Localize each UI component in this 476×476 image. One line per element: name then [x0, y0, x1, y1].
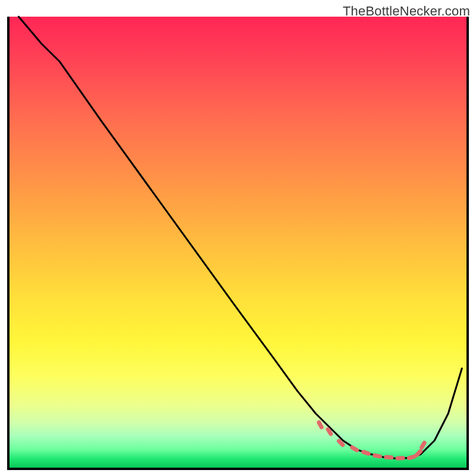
chart-container: TheBottleNecker.com — [0, 0, 476, 476]
optimal-marker — [325, 427, 333, 437]
chart-svg — [10, 17, 466, 468]
bottleneck-curve-line — [18, 17, 462, 459]
optimal-marker — [395, 456, 405, 461]
optimal-marker — [361, 449, 371, 456]
optimal-marker — [349, 444, 359, 453]
optimal-marker — [384, 455, 393, 460]
watermark-text: TheBottleNecker.com — [343, 4, 470, 19]
optimal-marker — [372, 453, 383, 459]
plot-area — [7, 17, 469, 470]
